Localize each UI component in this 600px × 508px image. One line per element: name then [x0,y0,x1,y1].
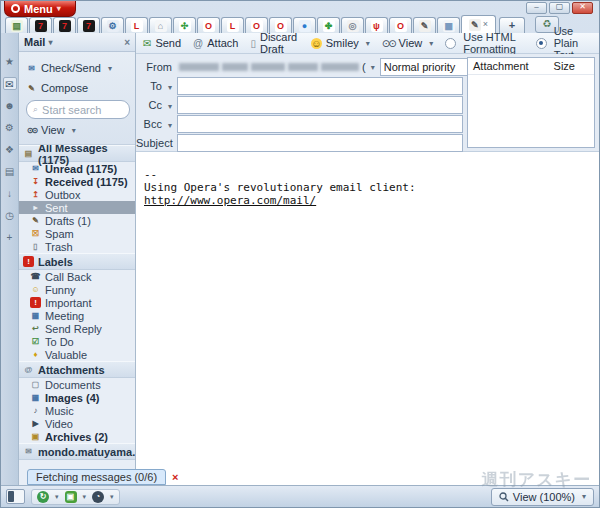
attachment-list-panel[interactable]: Attachment Size [467,57,595,148]
folder-item[interactable]: ☎Call Back [19,270,135,283]
panel-toggle-button[interactable] [6,489,25,504]
folder-item[interactable]: ▢Documents [19,378,135,391]
subject-row: Subject [136,134,463,152]
seven-site-tab[interactable]: 7 [29,17,52,33]
chevron-down-icon: ▾ [371,63,375,72]
unite-panel-icon[interactable]: ❖ [3,143,17,156]
compose-panel: ✉ Send @ Attach ▯ Discard Draft ☺ Smiley… [136,33,599,485]
folder-item[interactable]: ↩Send Reply [19,322,135,335]
maximize-button[interactable]: ▢ [549,2,570,14]
minimize-button[interactable]: – [526,2,547,14]
gear-site-tab[interactable]: ⚙ [101,17,124,33]
seven-site-tab[interactable]: 7 [53,17,76,33]
folder-item[interactable]: ♪Music [19,404,135,417]
folder-item[interactable]: ▯Trash [19,240,135,253]
transfers-panel-icon[interactable]: ↓ [3,187,17,200]
chevron-down-icon[interactable]: ▾ [48,38,52,47]
opera-turbo-icon[interactable]: ◔ [92,491,104,503]
pinwheel-site-tab[interactable]: ✣ [173,17,196,33]
clover-site-tab[interactable]: ✤ [317,17,340,33]
folder-icon: ☑ [30,336,41,347]
folder-item[interactable]: !Important [19,296,135,309]
section-header[interactable]: ▤All Messages (1175) [19,145,135,162]
cc-input[interactable] [177,96,463,114]
discard-draft-button[interactable]: ▯ Discard Draft [250,31,298,55]
folder-item[interactable]: ▸Sent [19,201,135,214]
history-panel-icon[interactable]: ◷ [3,209,17,222]
compose-active-tab[interactable]: ✎× [461,15,496,33]
bcc-input[interactable] [177,115,463,133]
tab-close-icon[interactable]: × [483,20,488,29]
view-menu-button[interactable]: ⊙⊙ View ▾ [382,37,433,49]
chevron-down-icon[interactable]: ▾ [83,493,87,501]
check-send-button[interactable]: ✉ Check/Send ▾ [26,58,130,78]
search-input[interactable]: ⌕ Start search [26,100,130,119]
antenna-site-tab[interactable]: ψ [365,17,388,33]
bcc-label[interactable]: Bcc ▾ [136,118,172,130]
view-button[interactable]: ⊙⊙ View ▾ [26,122,130,138]
folder-item[interactable]: ▦Images (4) [19,391,135,404]
to-input[interactable] [177,77,463,95]
section-header[interactable]: ✉mondo.matuyama... [19,443,135,460]
discard-label: Discard Draft [260,31,299,55]
from-value-redacted [251,63,285,71]
message-body-editor[interactable]: -- Using Opera's revolutionary email cli… [136,152,599,485]
notes-panel-icon[interactable]: ▤ [3,165,17,178]
opera-mail-tab[interactable]: L [125,17,148,33]
antenna-site-icon: ψ [371,20,383,32]
seven-site-tab[interactable]: 7 [77,17,100,33]
bookmarks-panel-icon[interactable]: ★ [3,55,17,68]
folder-item[interactable]: ☒Spam [19,227,135,240]
folder-item[interactable]: ↥Outbox [19,188,135,201]
subject-input[interactable] [177,134,463,152]
chevron-down-icon[interactable]: ▾ [55,493,59,501]
from-select[interactable]: ( ▾ [177,61,377,73]
cancel-fetch-icon[interactable]: × [172,471,178,483]
section-header[interactable]: @Attachments [19,361,135,378]
opera-mail-tab[interactable]: L [221,17,244,33]
use-html-radio[interactable]: Use HTML Formatting [445,31,525,55]
contacts-panel-icon[interactable]: ☻ [3,99,17,112]
notes-doc-tab[interactable]: ▤ [5,17,28,33]
folder-item[interactable]: ☑To Do [19,335,135,348]
to-label[interactable]: To ▾ [136,80,172,92]
folder-item[interactable]: ▣Archives (2) [19,430,135,443]
seven-site-icon: 7 [59,20,71,32]
folder-item[interactable]: ▶Video [19,417,135,430]
section-icon: @ [23,364,34,375]
badge-site-tab[interactable]: ◎ [341,17,364,33]
folder-item[interactable]: ▦Meeting [19,309,135,322]
zoom-view-button[interactable]: View (100%) ▾ [491,488,594,506]
folder-list: ▤All Messages (1175)✉Unread (1175)↧Recei… [19,145,135,485]
folder-item[interactable]: ✎Drafts (1) [19,214,135,227]
chevron-down-icon[interactable]: ▾ [110,493,114,501]
menu-label: Menu [24,3,53,15]
attachment-column-header[interactable]: Attachment [473,60,529,72]
close-panel-icon[interactable]: × [124,37,130,48]
folder-item[interactable]: ↧Received (1175) [19,175,135,188]
attach-button[interactable]: @ Attach [193,37,238,49]
compose-button[interactable]: ✎ Compose [26,78,130,98]
folder-item[interactable]: ☺Funny [19,283,135,296]
folder-item[interactable]: ♦Valuable [19,348,135,361]
widgets-panel-icon[interactable]: ⚙ [3,121,17,134]
opera-unite-icon[interactable]: ▣ [65,491,77,503]
section-label: mondo.matuyama... [38,446,135,458]
close-button[interactable]: ✕ [572,2,593,14]
add-panel-panel-icon[interactable]: + [3,231,17,244]
sidebar-header: Mail ▾ × [19,33,135,52]
size-column-header[interactable]: Size [554,60,589,72]
folder-icon: ♦ [30,349,41,360]
folder-icon: ▣ [30,431,41,442]
send-button[interactable]: ✉ Send [143,37,181,49]
opera-link-icon[interactable]: ↻ [37,491,49,503]
smiley-button[interactable]: ☺ Smiley ▾ [311,37,370,49]
section-header[interactable]: !Labels [19,253,135,270]
opera-o-tab[interactable]: O [389,17,412,33]
chevron-down-icon: ▾ [168,121,172,130]
pencil-compose-tab[interactable]: ✎ [413,17,436,33]
home-site-tab[interactable]: ⌂ [149,17,172,33]
cc-label[interactable]: Cc ▾ [136,99,172,111]
opera-o-tab[interactable]: O [197,17,220,33]
mail-panel-icon[interactable]: ✉ [3,77,17,90]
